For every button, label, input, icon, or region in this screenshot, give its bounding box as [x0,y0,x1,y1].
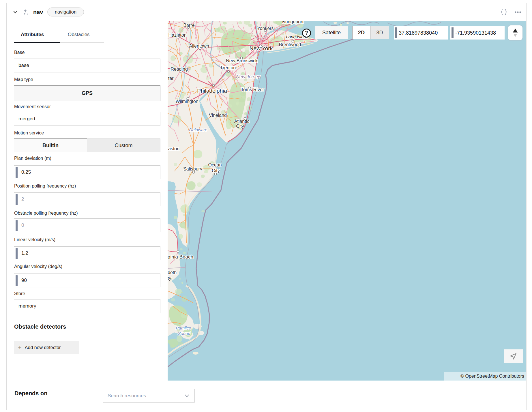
svg-text:Reading: Reading [171,67,188,72]
svg-text:New Jersey: New Jersey [236,74,261,79]
svg-text:beth: beth [168,270,177,275]
svg-text:aston: aston [168,146,179,151]
svg-text:Hazleton: Hazleton [168,33,186,38]
svg-text:Wilmington: Wilmington [175,99,198,104]
svg-text:ginia Beach: ginia Beach [168,254,193,260]
svg-text:Vineland: Vineland [209,113,227,118]
svg-text:Pamlico: Pamlico [176,325,191,330]
svg-text:Delaware: Delaware [189,127,207,132]
svg-text:Trenton: Trenton [220,65,236,70]
svg-text:Toms River: Toms River [241,87,264,92]
svg-text:City: City [236,124,244,129]
svg-text:ty: ty [168,276,171,281]
svg-text:Atlantic: Atlantic [234,119,249,124]
svg-text:Yonkers: Yonkers [257,26,274,31]
svg-text:Philadelphia: Philadelphia [197,88,227,94]
svg-text:Salisbury: Salisbury [183,166,202,171]
svg-text:ter: ter [168,76,174,81]
svg-text:Allentown: Allentown [189,44,209,48]
svg-text:Ocean: Ocean [208,162,222,167]
svg-text:New York: New York [250,45,273,51]
svg-text:New Brunswick: New Brunswick [226,58,258,63]
svg-text:Barre: Barre [183,23,194,28]
svg-text:Sound: Sound [178,331,190,336]
svg-text:Brentwood: Brentwood [279,42,301,47]
svg-text:Bridgeport: Bridgeport [282,21,304,24]
svg-text:City: City [212,168,220,173]
